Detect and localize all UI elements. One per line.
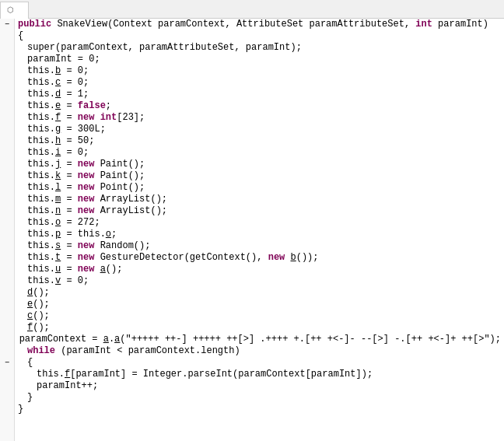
token: Paint(); [94, 159, 145, 170]
token: d [55, 89, 61, 100]
gutter-empty [0, 299, 14, 310]
code-line: this.m = new ArrayList(); [18, 194, 501, 205]
code-line: super(paramContext, paramAttributeSet, p… [18, 42, 501, 54]
token: int [100, 112, 117, 124]
token: a [100, 264, 106, 275]
gutter-empty [0, 345, 14, 357]
token: int [415, 19, 432, 30]
code-line: c(); [18, 310, 501, 322]
token: this. [27, 194, 55, 205]
gutter-empty [0, 380, 14, 392]
token: o [106, 229, 111, 240]
code-line: this.b = 0; [18, 65, 501, 77]
token: = [61, 194, 78, 205]
token: e [27, 299, 33, 310]
token: (); [33, 322, 50, 334]
code-line: this.i = 0; [18, 147, 501, 159]
collapse-marker[interactable]: − [0, 19, 14, 30]
code-line: } [18, 392, 501, 404]
gutter-empty [0, 322, 14, 334]
token: k [55, 170, 61, 182]
gutter-empty [0, 404, 14, 415]
token: paramContext = [19, 334, 103, 345]
token: this. [27, 135, 55, 147]
code-line: this.v = 0; [18, 275, 501, 287]
token: = 50; [61, 135, 94, 147]
token: s [55, 240, 61, 252]
token: = [61, 170, 78, 182]
token: this. [27, 159, 55, 170]
token: . [109, 334, 114, 345]
token: ()); [296, 252, 319, 264]
token [285, 252, 290, 264]
token: = [61, 240, 78, 252]
editor-tab[interactable]: ⬡ [0, 2, 29, 19]
token: a [114, 334, 120, 345]
token: l [55, 182, 61, 194]
token: new [78, 194, 95, 205]
token: SnakeView( [57, 19, 113, 30]
gutter-empty [0, 77, 14, 89]
token: new [78, 170, 95, 182]
token: this. [27, 240, 55, 252]
file-type-icon: ⬡ [7, 5, 14, 15]
gutter-empty [0, 392, 14, 404]
gutter-empty [0, 54, 14, 65]
code-area[interactable]: public SnakeView(Context paramContext, A… [15, 19, 504, 441]
token: [paramInt] = Integer.parseInt(paramConte… [70, 369, 373, 380]
code-line: this.n = new ArrayList(); [18, 205, 501, 217]
token: = [61, 264, 78, 275]
token: Point(); [94, 182, 145, 194]
gutter-empty [0, 100, 14, 112]
token: = 0; [61, 147, 89, 159]
token: this. [27, 205, 55, 217]
token: = [61, 252, 78, 264]
token: a [103, 334, 109, 345]
code-line: this.u = new a(); [18, 264, 501, 275]
code-line: paramInt++; [18, 380, 501, 392]
gutter-empty [0, 42, 14, 54]
token: (); [33, 310, 50, 322]
token: false [78, 100, 106, 112]
token: p [55, 229, 61, 240]
token: = 1; [61, 89, 89, 100]
token: new [78, 112, 95, 124]
token: d [27, 287, 33, 299]
token: b [55, 65, 61, 77]
token: while [27, 345, 55, 357]
token: i [55, 147, 61, 159]
gutter-empty [0, 275, 14, 287]
token: (); [33, 299, 50, 310]
code-line: this.o = 272; [18, 217, 501, 229]
token: AttributeSet paramAttributeSet, [236, 19, 415, 30]
token: Random(); [94, 240, 150, 252]
token: this. [27, 264, 55, 275]
gutter-empty [0, 135, 14, 147]
gutter-empty [0, 217, 14, 229]
gutter-empty [0, 240, 14, 252]
token: [23]; [117, 112, 145, 124]
token: ("+++++ ++-] +++++ ++[>] .++++ +.[++ +<-… [120, 334, 501, 345]
token: super(paramContext, paramAttributeSet, p… [27, 42, 302, 54]
gutter-empty [0, 159, 14, 170]
gutter-empty [0, 205, 14, 217]
token: = 300L; [61, 124, 106, 135]
token: n [55, 205, 61, 217]
code-line: this.c = 0; [18, 77, 501, 89]
token: = this. [61, 229, 106, 240]
token: new [78, 182, 95, 194]
code-line: public SnakeView(Context paramContext, A… [18, 19, 501, 30]
code-line: while (paramInt < paramContext.length) [18, 345, 501, 357]
token: = [61, 159, 78, 170]
token: paramInt) [432, 19, 488, 30]
token: = 0; [61, 77, 89, 89]
token: c [27, 310, 33, 322]
gutter-empty [0, 229, 14, 240]
token: this. [27, 89, 55, 100]
token: this. [27, 170, 55, 182]
gutter-empty [0, 369, 14, 380]
code-line: d(); [18, 287, 501, 299]
token: this. [27, 252, 55, 264]
collapse-marker[interactable]: − [0, 357, 14, 369]
token: v [55, 275, 61, 287]
